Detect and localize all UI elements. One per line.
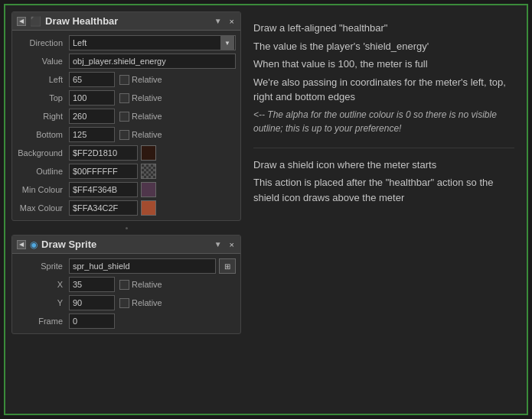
note-1: Draw a left-aligned "healthbar" [253,21,514,36]
sprite-menu-btn[interactable]: ▼ [212,240,224,248]
note-3: When that value is 100, the meter is ful… [253,57,514,72]
y-relative-container: Relative [119,298,162,308]
sprite-browse-btn[interactable]: ⊞ [219,258,236,274]
draw-healthbar-block: ◀ ⬛ Draw Healthbar ▼ × Direction Left ▼ [11,11,241,221]
right-relative-container: Relative [119,112,162,122]
sprite-label: Sprite [17,261,69,271]
direction-select[interactable]: Left [69,35,236,50]
left-relative-checkbox[interactable] [119,75,129,85]
x-row: X 35 Relative [12,275,240,294]
note-2: The value is the player's 'shield_energy… [253,39,514,54]
frame-row: Frame 0 [12,312,240,330]
min-colour-row: Min Colour $FF4F364B [12,180,240,199]
x-field[interactable]: 35 [69,277,115,292]
note-5: Draw a shield icon where the meter start… [253,158,514,173]
healthbar-close-btn[interactable]: × [228,17,236,26]
block-divider [11,226,241,230]
sprite-header: ◀ ◉ Draw Sprite ▼ × [12,235,240,254]
left-relative-label: Relative [132,75,162,84]
top-row: Top 100 Relative [12,89,240,107]
bottom-relative-checkbox[interactable] [119,130,129,140]
top-relative-container: Relative [119,93,162,103]
bg-field[interactable]: $FF2D1810 [69,145,138,161]
left-relative-container: Relative [119,75,162,85]
healthbar-menu-btn[interactable]: ▼ [212,17,224,25]
direction-label: Direction [17,38,69,47]
bg-color-swatch[interactable] [141,145,156,161]
max-colour-swatch[interactable] [141,200,156,216]
outline-field[interactable]: $00FFFFFF [69,164,138,179]
divider-dot [126,227,128,229]
right-relative-label: Relative [132,112,162,121]
outline-color-swatch[interactable] [141,164,156,179]
bottom-row: Bottom 125 Relative [12,125,240,144]
left-field[interactable]: 65 [69,72,115,87]
bottom-relative-container: Relative [119,130,162,140]
note-4: We're also passing in coordinates for th… [253,75,514,105]
frame-label: Frame [17,317,69,326]
sprite-close-btn[interactable]: × [228,240,236,249]
x-relative-checkbox[interactable] [119,280,129,290]
y-label: Y [17,298,69,307]
x-relative-container: Relative [119,280,162,290]
top-relative-checkbox[interactable] [119,93,129,103]
direction-select-wrapper[interactable]: Left ▼ [69,35,236,50]
outline-row: Outline $00FFFFFF [12,162,240,180]
sprite-collapse-btn[interactable]: ◀ [17,240,26,249]
bottom-relative-label: Relative [132,130,162,139]
top-field[interactable]: 100 [69,90,115,106]
note-6: This action is placed after the "healthb… [253,175,514,205]
sprite-title: Draw Sprite [41,239,208,250]
bg-row: Background $FF2D1810 [12,144,240,162]
right-relative-checkbox[interactable] [119,112,129,122]
x-relative-label: Relative [132,280,162,289]
y-field[interactable]: 90 [69,295,115,310]
main-container: ◀ ⬛ Draw Healthbar ▼ × Direction Left ▼ [4,4,528,415]
sprite-field[interactable]: spr_hud_shield [69,258,216,274]
healthbar-icon: ⬛ [30,16,41,27]
sprite-row: Sprite spr_hud_shield ⊞ [12,257,240,275]
x-label: X [17,280,69,289]
value-row: Value obj_player.shield_energy [12,52,240,70]
right-row: Right 260 Relative [12,107,240,125]
value-label: Value [17,57,69,66]
left-label: Left [17,75,69,84]
healthbar-header: ◀ ⬛ Draw Healthbar ▼ × [12,12,240,31]
max-colour-row: Max Colour $FFA34C2F [12,199,240,217]
top-relative-label: Relative [132,93,162,102]
left-panel: ◀ ⬛ Draw Healthbar ▼ × Direction Left ▼ [11,11,241,408]
max-colour-label: Max Colour [17,203,69,213]
y-relative-checkbox[interactable] [119,298,129,308]
frame-field[interactable]: 0 [69,313,115,329]
healthbar-body: Direction Left ▼ Value obj_player.shield… [12,31,240,220]
notes-section-1: Draw a left-aligned "healthbar" The valu… [253,16,514,148]
min-colour-field[interactable]: $FF4F364B [69,182,138,197]
right-panel: Draw a left-aligned "healthbar" The valu… [247,11,521,408]
direction-row: Direction Left ▼ [12,34,240,52]
min-colour-label: Min Colour [17,185,69,194]
right-field[interactable]: 260 [69,109,115,124]
arrow-note: <-- The alpha for the outline colour is … [253,108,514,135]
sprite-body: Sprite spr_hud_shield ⊞ X 35 Relative Y [12,254,240,333]
healthbar-collapse-btn[interactable]: ◀ [17,17,26,26]
draw-sprite-block: ◀ ◉ Draw Sprite ▼ × Sprite spr_hud_shiel… [11,235,241,334]
notes-section-2: Draw a shield icon where the meter start… [253,148,514,218]
bg-label: Background [17,148,69,158]
sprite-icon: ◉ [30,239,38,250]
bottom-label: Bottom [17,130,69,139]
y-relative-label: Relative [132,298,162,307]
top-label: Top [17,93,69,102]
outline-label: Outline [17,167,69,176]
y-row: Y 90 Relative [12,294,240,312]
right-label: Right [17,112,69,121]
left-row: Left 65 Relative [12,70,240,89]
min-colour-swatch[interactable] [141,182,156,197]
bottom-field[interactable]: 125 [69,127,115,142]
healthbar-title: Draw Healthbar [45,15,208,27]
value-field[interactable]: obj_player.shield_energy [69,54,236,69]
max-colour-field[interactable]: $FFA34C2F [69,200,138,216]
